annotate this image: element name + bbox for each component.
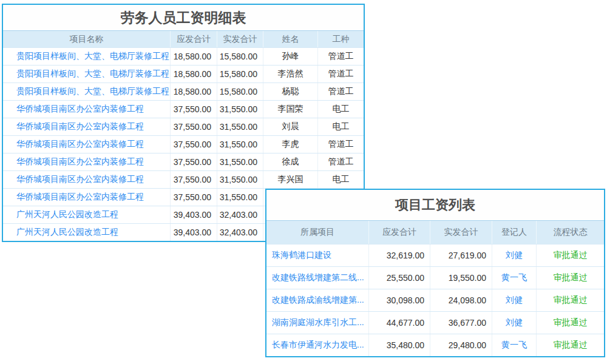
- workflow-status-badge: 审批通过: [536, 334, 604, 356]
- column-header-payable-total: 应发合计: [368, 221, 430, 244]
- table-title: 劳务人员工资明细表: [3, 5, 364, 30]
- worker-name-cell: 李虎: [263, 136, 317, 153]
- payable-total-cell: 37,550.00: [170, 171, 217, 188]
- project-link[interactable]: 改建铁路线增建第二线...: [266, 267, 368, 289]
- workflow-status-badge: 审批通过: [536, 244, 604, 266]
- paid-total-cell: 31,550.00: [217, 171, 263, 188]
- workflow-status-badge: 审批通过: [536, 267, 604, 289]
- column-header-paid-total: 实发合计: [217, 31, 263, 47]
- paid-total-cell: 15,580.00: [217, 83, 263, 100]
- column-header-paid-total: 实发合计: [430, 221, 492, 244]
- payable-total-cell: 37,550.00: [170, 153, 217, 170]
- project-name-link[interactable]: 贵阳项目样板间、大堂、电梯厅装修工程: [3, 48, 170, 65]
- payable-total-cell: 37,550.00: [170, 136, 217, 153]
- column-header-registrant: 登记人: [492, 221, 536, 244]
- payable-total-cell: 37,550.00: [170, 189, 217, 206]
- worker-name-cell: 徐成: [263, 153, 317, 170]
- column-header-project: 所属项目: [266, 221, 368, 244]
- table-row: 华侨城项目南区办公室内装修工程 37,550.00 31,550.00 徐成 管…: [3, 153, 364, 170]
- worker-name-cell: 杨聪: [263, 83, 317, 100]
- table-header-row: 所属项目 应发合计 实发合计 登记人 流程状态: [266, 220, 604, 244]
- worker-name-cell: 李兴国: [263, 171, 317, 188]
- paid-total-cell: 24,098.00: [430, 289, 492, 311]
- table-row: 贵阳项目样板间、大堂、电梯厅装修工程 18,580.00 15,580.00 李…: [3, 65, 364, 83]
- project-link[interactable]: 珠海鹤港口建设: [266, 244, 368, 266]
- payable-total-cell: 39,403.00: [170, 206, 217, 223]
- table-row: 贵阳项目样板间、大堂、电梯厅装修工程 18,580.00 15,580.00 孙…: [3, 47, 364, 65]
- table-row: 长春市伊通河水力发电... 35,480.00 29,480.00 黄一飞 审批…: [266, 334, 604, 356]
- workflow-status-badge: 审批通过: [536, 289, 604, 311]
- column-header-name: 姓名: [263, 31, 317, 47]
- project-name-link[interactable]: 贵阳项目样板间、大堂、电梯厅装修工程: [3, 66, 170, 83]
- paid-total-cell: 19,550.00: [430, 267, 492, 289]
- project-name-link[interactable]: 华侨城项目南区办公室内装修工程: [3, 171, 170, 188]
- job-type-cell: 管道工: [317, 136, 364, 153]
- column-header-project-name: 项目名称: [3, 31, 170, 47]
- paid-total-cell: 31,550.00: [217, 136, 263, 153]
- paid-total-cell: 31,550.00: [217, 153, 263, 170]
- job-type-cell: 电工: [317, 101, 364, 118]
- payable-total-cell: 18,580.00: [170, 83, 217, 100]
- registrant-link[interactable]: 刘健: [492, 289, 536, 311]
- project-name-link[interactable]: 华侨城项目南区办公室内装修工程: [3, 118, 170, 135]
- registrant-link[interactable]: 黄一飞: [492, 267, 536, 289]
- registrant-link[interactable]: 黄一飞: [492, 334, 536, 356]
- job-type-cell: 管道工: [317, 66, 364, 83]
- project-name-link[interactable]: 华侨城项目南区办公室内装修工程: [3, 189, 170, 206]
- project-link[interactable]: 改建铁路成渝线增建第...: [266, 289, 368, 311]
- job-type-cell: 管道工: [317, 48, 364, 65]
- registrant-link[interactable]: 刘健: [492, 312, 536, 334]
- worker-name-cell: 刘晨: [263, 118, 317, 135]
- payable-total-cell: 39,403.00: [170, 224, 217, 241]
- worker-name-cell: 李国荣: [263, 101, 317, 118]
- project-name-link[interactable]: 华侨城项目南区办公室内装修工程: [3, 153, 170, 170]
- job-type-cell: 管道工: [317, 83, 364, 100]
- project-link[interactable]: 长春市伊通河水力发电...: [266, 334, 368, 356]
- job-type-cell: 管道工: [317, 153, 364, 170]
- table-row: 改建铁路成渝线增建第... 30,098.00 24,098.00 刘健 审批通…: [266, 289, 604, 311]
- table-header-row: 项目名称 应发合计 实发合计 姓名 工种: [3, 30, 364, 47]
- job-type-cell: 电工: [317, 118, 364, 135]
- table-row: 华侨城项目南区办公室内装修工程 37,550.00 31,550.00 刘晨 电…: [3, 118, 364, 135]
- table-row: 华侨城项目南区办公室内装修工程 37,550.00 31,550.00 李虎 管…: [3, 135, 364, 153]
- paid-total-cell: 31,550.00: [217, 101, 263, 118]
- paid-total-cell: 15,580.00: [217, 66, 263, 83]
- payable-total-cell: 44,677.00: [368, 312, 430, 334]
- payable-total-cell: 32,619.00: [368, 244, 430, 266]
- payable-total-cell: 35,480.00: [368, 334, 430, 356]
- payable-total-cell: 37,550.00: [170, 118, 217, 135]
- job-type-cell: 电工: [317, 171, 364, 188]
- registrant-link[interactable]: 刘健: [492, 244, 536, 266]
- paid-total-cell: 29,480.00: [430, 334, 492, 356]
- paid-total-cell: 27,619.00: [430, 244, 492, 266]
- table-row: 华侨城项目南区办公室内装修工程 37,550.00 31,550.00 李兴国 …: [3, 170, 364, 188]
- column-header-workflow-status: 流程状态: [536, 221, 604, 244]
- payable-total-cell: 18,580.00: [170, 66, 217, 83]
- payable-total-cell: 30,098.00: [368, 289, 430, 311]
- paid-total-cell: 31,550.00: [217, 189, 263, 206]
- project-name-link[interactable]: 广州天河人民公园改造工程: [3, 206, 170, 223]
- table-row: 贵阳项目样板间、大堂、电梯厅装修工程 18,580.00 15,580.00 杨…: [3, 83, 364, 100]
- workflow-status-badge: 审批通过: [536, 312, 604, 334]
- paid-total-cell: 32,403.00: [217, 206, 263, 223]
- payable-total-cell: 18,580.00: [170, 48, 217, 65]
- table-title: 项目工资列表: [266, 190, 604, 220]
- project-name-link[interactable]: 广州天河人民公园改造工程: [3, 224, 170, 241]
- payable-total-cell: 37,550.00: [170, 101, 217, 118]
- paid-total-cell: 32,403.00: [217, 224, 263, 241]
- table-row: 华侨城项目南区办公室内装修工程 37,550.00 31,550.00 李国荣 …: [3, 100, 364, 118]
- project-link[interactable]: 湖南洞庭湖水库引水工...: [266, 312, 368, 334]
- payable-total-cell: 25,550.00: [368, 267, 430, 289]
- worker-name-cell: 孙峰: [263, 48, 317, 65]
- project-name-link[interactable]: 华侨城项目南区办公室内装修工程: [3, 136, 170, 153]
- paid-total-cell: 36,677.00: [430, 312, 492, 334]
- table-row: 湖南洞庭湖水库引水工... 44,677.00 36,677.00 刘健 审批通…: [266, 311, 604, 334]
- paid-total-cell: 15,580.00: [217, 48, 263, 65]
- project-salary-list-table: 项目工资列表 所属项目 应发合计 实发合计 登记人 流程状态 珠海鹤港口建设 3…: [265, 189, 605, 357]
- table-row: 改建铁路线增建第二线... 25,550.00 19,550.00 黄一飞 审批…: [266, 266, 604, 289]
- table-row: 珠海鹤港口建设 32,619.00 27,619.00 刘健 审批通过: [266, 244, 604, 266]
- project-name-link[interactable]: 华侨城项目南区办公室内装修工程: [3, 101, 170, 118]
- column-header-job-type: 工种: [317, 31, 364, 47]
- project-name-link[interactable]: 贵阳项目样板间、大堂、电梯厅装修工程: [3, 83, 170, 100]
- column-header-payable-total: 应发合计: [170, 31, 217, 47]
